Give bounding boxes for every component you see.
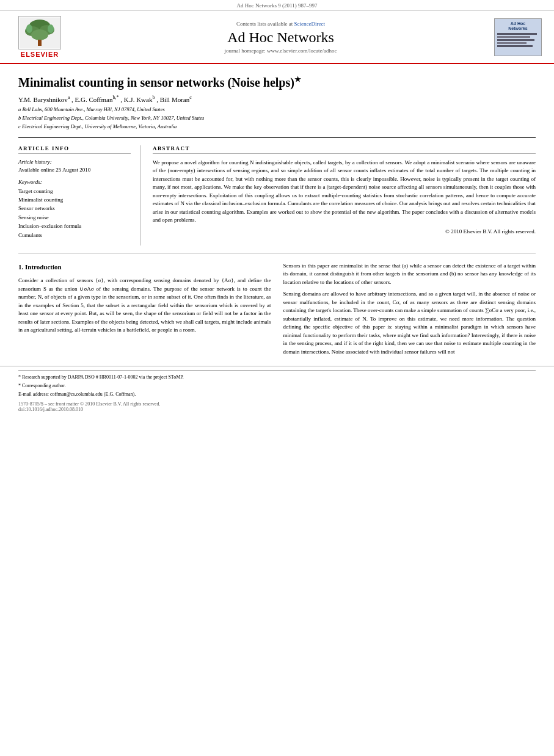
doi-text: doi:10.1016/j.adhoc.2010.08.010 <box>18 407 83 412</box>
tree-svg-graphic <box>20 18 60 48</box>
article-authors: Y.M. Baryshnikova , E.G. Coffmanb,* , K.… <box>18 95 536 103</box>
keywords-section: Keywords: Target counting Minimalist cou… <box>18 179 131 239</box>
section1-para3: Sensing domains are allowed to have arbi… <box>283 290 536 356</box>
affiliation-c: c Electrical Engineering Dept., Universi… <box>18 123 536 131</box>
sciencedirect-link[interactable]: ScienceDirect <box>294 21 325 27</box>
elsevier-tree-logo <box>18 16 61 49</box>
journal-thumbnail: Ad Hoc Networks <box>494 18 542 56</box>
section1-para1: Consider a collection of sensors {σ}, wi… <box>18 277 271 335</box>
footnote-1: * Research supported by DARPA DSO # HR00… <box>18 374 536 381</box>
thumb-decoration <box>497 33 539 48</box>
article-history: Article history: Available online 25 Aug… <box>18 159 131 173</box>
body-col-right: Sensors in this paper are minimalist in … <box>283 262 536 360</box>
author3: , K.J. Kwak <box>120 95 152 103</box>
footnote-2: * Corresponding author. <box>18 382 536 390</box>
keywords-list: Target counting Minimalist counting Sens… <box>18 187 131 239</box>
affiliation-a: a Bell Labs, 600 Mountain Ave., Murray H… <box>18 106 536 114</box>
author2-sup: b,* <box>112 95 118 100</box>
keyword-4: Sensing noise <box>18 213 131 222</box>
journal-center: Contents lists available at ScienceDirec… <box>67 21 494 54</box>
svg-point-4 <box>31 29 48 40</box>
section1-heading: 1. Introduction <box>18 262 271 272</box>
journal-citation-bar: Ad Hoc Networks 9 (2011) 987–997 <box>0 0 554 11</box>
affiliations: a Bell Labs, 600 Mountain Ave., Murray H… <box>18 106 536 130</box>
author1: Y.M. Baryshnikov <box>18 95 68 103</box>
elsevier-logo: ELSEVIER <box>12 16 67 58</box>
article-title: Minimalist counting in sensor networks (… <box>18 75 536 90</box>
svg-point-7 <box>48 24 54 33</box>
keyword-2: Minimalist counting <box>18 195 131 204</box>
author4: , Bill Moran <box>156 95 189 103</box>
article-info-col: ARTICLE INFO Article history: Available … <box>18 145 140 245</box>
contents-text: Contents lists available at <box>236 21 293 27</box>
body-content: 1. Introduction Consider a collection of… <box>18 253 536 360</box>
issn-doi-line: 1570-8705/$ – see front matter © 2010 El… <box>18 401 536 412</box>
body-col-left: 1. Introduction Consider a collection of… <box>18 262 271 360</box>
keyword-1: Target counting <box>18 187 131 195</box>
keyword-6: Cumulants <box>18 231 131 239</box>
journal-url: journal homepage: www.elsevier.com/locat… <box>67 48 494 54</box>
journal-header: ELSEVIER Contents lists available at Sci… <box>0 11 554 64</box>
svg-rect-5 <box>38 40 42 46</box>
abstract-col: ABSTRACT We propose a novel algorithm fo… <box>153 145 536 245</box>
abstract-label: ABSTRACT <box>153 145 536 154</box>
keyword-3: Sensor networks <box>18 204 131 213</box>
thumb-title: Ad Hoc Networks <box>508 21 528 32</box>
available-online: Available online 25 August 2010 <box>18 167 131 173</box>
section1-para2: Sensors in this paper are minimalist in … <box>283 262 536 287</box>
page-footer: * Research supported by DARPA DSO # HR00… <box>0 366 554 416</box>
issn-text: 1570-8705/$ – see front matter © 2010 El… <box>18 401 161 407</box>
abstract-text: We propose a novel algorithm for countin… <box>153 159 536 225</box>
article-info-abstract: ARTICLE INFO Article history: Available … <box>18 138 536 253</box>
journal-title: Ad Hoc Networks <box>67 29 494 46</box>
affiliation-b: b Electrical Engineering Dept., Columbia… <box>18 114 536 122</box>
svg-point-6 <box>26 24 32 33</box>
author2: , E.G. Coffman <box>71 95 112 103</box>
copyright-line: © 2010 Elsevier B.V. All rights reserved… <box>153 228 536 234</box>
elsevier-brand-text: ELSEVIER <box>21 51 59 58</box>
keyword-5: Inclusion–exclusion formula <box>18 222 131 230</box>
keywords-label: Keywords: <box>18 179 131 185</box>
article-title-section: Minimalist counting in sensor networks (… <box>18 64 536 138</box>
contents-available-line: Contents lists available at ScienceDirec… <box>67 21 494 27</box>
footnote-3: E-mail address: coffman@cs.columbia.edu … <box>18 391 536 398</box>
footnotes: * Research supported by DARPA DSO # HR00… <box>18 370 536 398</box>
author1-sup: a <box>68 95 70 100</box>
author3-sup: b <box>152 95 155 100</box>
article-info-label: ARTICLE INFO <box>18 145 131 154</box>
main-content: Minimalist counting in sensor networks (… <box>0 64 554 360</box>
history-label: Article history: <box>18 159 131 165</box>
author4-sup: c <box>189 95 192 100</box>
journal-citation: Ad Hoc Networks 9 (2011) 987–997 <box>237 2 318 9</box>
